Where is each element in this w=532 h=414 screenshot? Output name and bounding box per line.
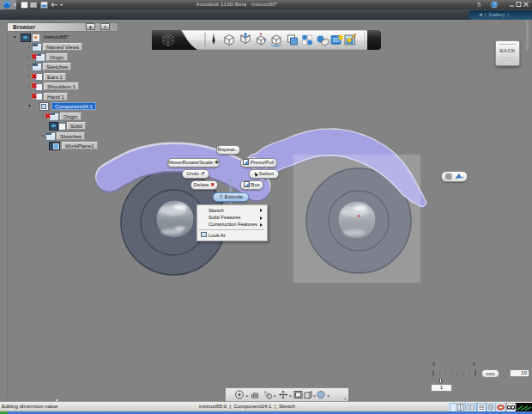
svg-text:S: S	[477, 1, 481, 9]
svg-text:3D: 3D	[332, 37, 340, 43]
svg-text:?: ?	[493, 2, 496, 8]
